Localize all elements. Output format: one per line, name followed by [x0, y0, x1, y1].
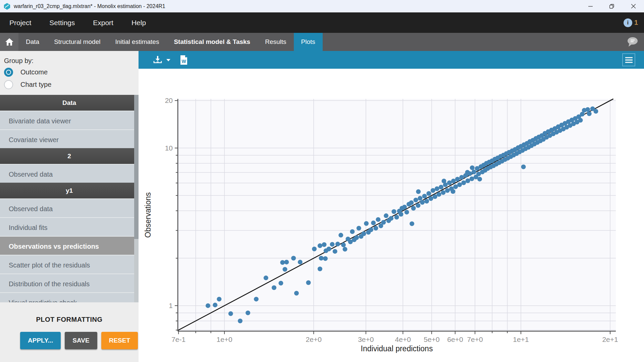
scatter-point	[326, 247, 331, 251]
plot-panel: W 7e-11e+02e+03e+04e+05e+06e+07e+01e+12e…	[139, 51, 644, 362]
scatter-point	[447, 180, 452, 185]
scatter-point	[439, 185, 443, 189]
scatter-point	[343, 247, 347, 252]
download-caret-icon[interactable]	[166, 58, 171, 62]
radio-outcome[interactable]: Outcome	[4, 67, 51, 77]
save-button[interactable]: SAVE	[65, 332, 97, 349]
tab-initial-estimates[interactable]: Initial estimates	[108, 33, 166, 51]
scatter-point	[217, 297, 221, 301]
scatter-point	[437, 192, 441, 197]
word-export-button[interactable]: W	[179, 55, 188, 65]
tab-structural-model[interactable]: Structural model	[47, 33, 108, 51]
radio-chart-type[interactable]: Chart type	[4, 79, 51, 89]
scatter-point	[431, 188, 435, 193]
group-by-label: Group by:	[4, 57, 34, 65]
scatter-point	[422, 194, 427, 198]
menu-bar: ProjectSettingsExportHelp i 1	[0, 12, 644, 33]
tab-statistical-model-tasks[interactable]: Statistical model & Tasks	[166, 33, 258, 51]
x-tick-label: 4e+0	[395, 336, 411, 343]
scatter-point	[357, 226, 361, 231]
sidebar-item-individual-fits[interactable]: Individual fits	[0, 217, 139, 236]
menu-help[interactable]: Help	[131, 19, 146, 27]
scatter-point	[424, 199, 429, 203]
scatter-point	[418, 196, 422, 201]
info-icon[interactable]: i	[624, 18, 632, 27]
scatter-point	[376, 217, 380, 222]
menu-project[interactable]: Project	[9, 19, 31, 27]
info-count-badge: 1	[634, 19, 638, 26]
plot-formatting-title: PLOT FORMATTING	[0, 316, 139, 323]
title-bar: warfarin_r03_2cmp_tlag.mlxtran* - Monoli…	[0, 0, 644, 12]
x-tick-label: 1e+1	[513, 336, 529, 343]
tab-results[interactable]: Results	[258, 33, 293, 51]
sidebar-item-observed-data[interactable]: Observed data	[0, 164, 139, 183]
scatter-point	[280, 260, 285, 265]
scatter-point	[399, 212, 404, 217]
sidebar-item-bivariate-data-viewer[interactable]: Bivariate data viewer	[0, 111, 139, 129]
menu-export[interactable]: Export	[93, 19, 113, 27]
sidebar-item-distribution-of-the-residuals[interactable]: Distribution of the residuals	[0, 274, 139, 292]
scatter-point	[338, 233, 343, 238]
download-button[interactable]	[153, 55, 163, 65]
scatter-point	[420, 200, 425, 205]
sidebar-item-observations-vs-predictions[interactable]: Observations vs predictions	[0, 236, 139, 255]
scatter-point	[361, 231, 366, 236]
radio-circle-outcome[interactable]	[4, 68, 13, 77]
reset-button[interactable]: RESET	[101, 332, 138, 349]
observations-vs-predictions-chart[interactable]: 7e-11e+02e+03e+04e+05e+06e+07e+01e+12e+1…	[139, 69, 644, 362]
plots-sidebar: Group by: OutcomeChart type DataBivariat…	[0, 51, 139, 362]
tab-data[interactable]: Data	[18, 33, 47, 51]
scatter-point	[381, 220, 386, 225]
tab-home[interactable]	[0, 33, 18, 51]
scatter-point	[585, 107, 590, 112]
radio-circle-chart-type[interactable]	[4, 80, 13, 89]
sidebar-scrollbar-thumb[interactable]	[134, 95, 139, 239]
scatter-point	[291, 256, 296, 260]
scatter-point	[467, 171, 472, 176]
sidebar-item-scatter-plot-of-the-residuals[interactable]: Scatter plot of the residuals	[0, 255, 139, 274]
x-tick-label: 1e+0	[216, 336, 232, 343]
close-button[interactable]	[623, 0, 644, 12]
menu-settings[interactable]: Settings	[49, 19, 75, 27]
scatter-point	[312, 247, 317, 251]
scatter-point	[364, 221, 369, 226]
scatter-point	[521, 165, 526, 169]
apply-button[interactable]: APPLY...	[20, 332, 61, 349]
scatter-point	[392, 209, 396, 214]
scatter-point	[389, 216, 393, 221]
x-tick-label: 2e+1	[602, 336, 618, 343]
sidebar-item-covariate-viewer[interactable]: Covariate viewer	[0, 129, 139, 148]
svg-text:W: W	[181, 59, 186, 64]
scatter-point	[426, 191, 431, 196]
scatter-point	[373, 226, 378, 231]
restore-button[interactable]	[601, 0, 623, 12]
scatter-point	[433, 194, 437, 199]
y-tick-label: 20	[165, 97, 173, 104]
sidebar-scrollbar[interactable]	[134, 95, 139, 302]
scatter-point	[333, 249, 337, 254]
window-title: warfarin_r03_2cmp_tlag.mlxtran* - Monoli…	[14, 3, 165, 9]
scatter-point	[294, 291, 299, 296]
scatter-point	[238, 319, 243, 323]
y-tick-label: 10	[165, 144, 173, 152]
scatter-point	[466, 178, 470, 183]
scatter-point	[594, 109, 598, 114]
x-tick-label: 3e+0	[358, 336, 374, 343]
scatter-point	[254, 297, 259, 301]
sidebar-item-observed-data[interactable]: Observed data	[0, 198, 139, 217]
home-icon	[5, 38, 14, 46]
x-axis-title: Individual predictions	[361, 344, 433, 353]
scatter-point	[416, 203, 421, 208]
minimize-button[interactable]	[580, 0, 601, 12]
scatter-point	[264, 276, 268, 280]
plot-menu-button[interactable]	[622, 53, 635, 66]
feedback-bubble-button[interactable]	[627, 36, 639, 48]
scatter-point	[284, 260, 289, 264]
y-tick-label: 1	[169, 302, 173, 309]
tab-plots[interactable]: Plots	[294, 33, 323, 51]
scatter-point	[341, 243, 346, 247]
scatter-point	[384, 214, 388, 218]
scatter-point	[371, 221, 376, 225]
scatter-point	[409, 200, 414, 205]
sidebar-item-visual-predictive-check[interactable]: Visual predictive check	[0, 292, 139, 302]
